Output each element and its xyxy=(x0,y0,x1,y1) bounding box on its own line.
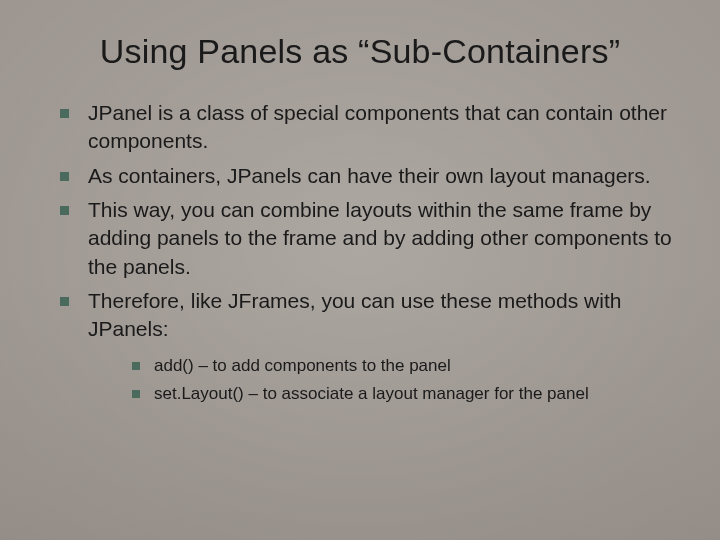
list-item: This way, you can combine layouts within… xyxy=(54,196,672,281)
list-item: add() – to add components to the panel xyxy=(128,354,672,379)
bullet-list: JPanel is a class of special components … xyxy=(54,99,672,407)
list-item: set.Layout() – to associate a layout man… xyxy=(128,382,672,407)
slide-title: Using Panels as “Sub-Containers” xyxy=(48,32,672,71)
sub-bullet-list: add() – to add components to the panel s… xyxy=(128,354,672,407)
list-item: Therefore, like JFrames, you can use the… xyxy=(54,287,672,407)
slide: Using Panels as “Sub-Containers” JPanel … xyxy=(0,0,720,540)
list-item-text: Therefore, like JFrames, you can use the… xyxy=(88,289,621,340)
list-item: JPanel is a class of special components … xyxy=(54,99,672,156)
list-item: As containers, JPanels can have their ow… xyxy=(54,162,672,190)
